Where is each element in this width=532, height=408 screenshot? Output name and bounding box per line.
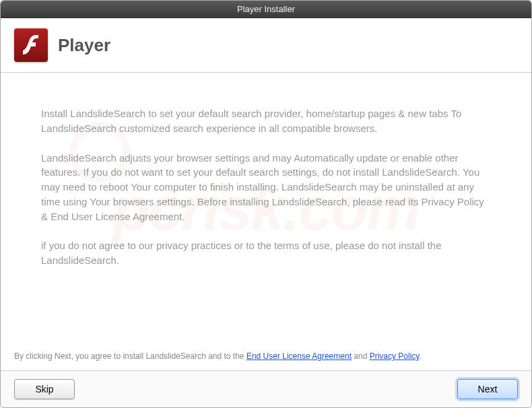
content-paragraph-3: if you do not agree to our privacy pract…: [41, 238, 491, 268]
window-titlebar: Player Installer: [1, 1, 531, 18]
footer-note: By clicking Next, you agree to install L…: [1, 345, 531, 371]
window-title: Player Installer: [237, 4, 295, 14]
header-bar: Player: [1, 18, 531, 73]
footer-prefix: By clicking Next, you agree to install L…: [14, 351, 246, 361]
flash-player-icon: [14, 28, 48, 62]
skip-button[interactable]: Skip: [14, 379, 75, 399]
content-paragraph-1: Install LandslideSearch to set your defa…: [41, 106, 491, 136]
footer-and: and: [352, 351, 370, 361]
content-area: pcrisk.com Install LandslideSearch to se…: [1, 73, 531, 345]
button-bar: Skip Next: [1, 371, 531, 407]
footer-suffix: .: [419, 351, 421, 361]
next-button[interactable]: Next: [457, 379, 518, 399]
content-paragraph-2: LandslideSearch adjusts your browser set…: [41, 151, 491, 224]
header-title: Player: [58, 35, 110, 56]
eula-link[interactable]: End User License Agreement: [246, 351, 352, 361]
installer-window: Player Installer Player pcrisk.com Insta…: [0, 0, 532, 408]
privacy-policy-link[interactable]: Privacy Policy: [370, 351, 420, 361]
